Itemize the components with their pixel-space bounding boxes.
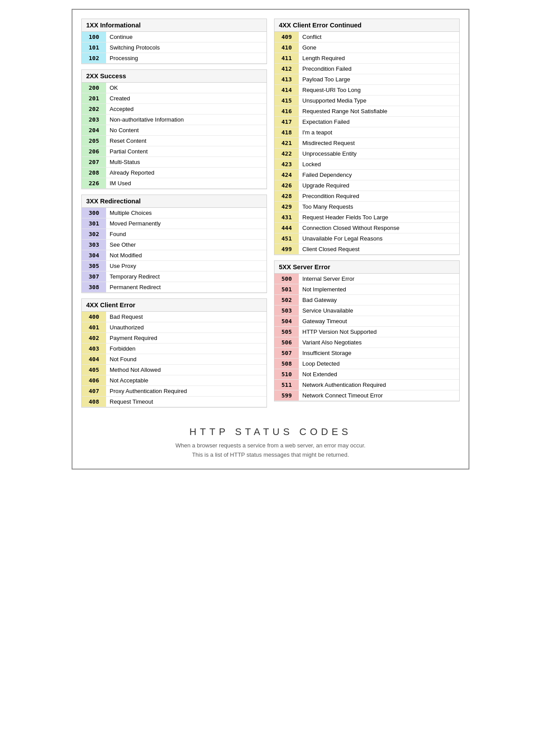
table-row: 200OK [82, 83, 267, 93]
section-1xx: 1XX Informational 100Continue101Switchin… [81, 19, 267, 64]
status-code: 102 [82, 53, 106, 64]
status-label: Failed Dependency [299, 170, 459, 180]
table-row: 415Unsupported Media Type [274, 95, 459, 106]
status-code: 505 [274, 327, 299, 337]
status-code: 304 [82, 250, 106, 261]
status-code: 413 [274, 74, 299, 85]
table-row: 599Network Connect Timeout Error [274, 390, 459, 401]
status-label: Precondition Required [299, 191, 459, 202]
status-label: Request Header Fields Too Large [299, 212, 459, 223]
status-code: 426 [274, 180, 299, 191]
table-row: 207Multi-Status [82, 157, 267, 168]
status-label: IM Used [106, 178, 267, 189]
table-row: 504Gateway Timeout [274, 316, 459, 327]
table-row: 208Already Reported [82, 168, 267, 178]
status-label: Not Extended [299, 369, 459, 380]
table-row: 418I'm a teapot [274, 127, 459, 138]
table-row: 451Unavailable For Legal Reasons [274, 233, 459, 244]
status-code: 421 [274, 138, 299, 149]
table-1xx: 100Continue101Switching Protocols102Proc… [82, 32, 267, 64]
status-code: 417 [274, 117, 299, 127]
status-label: Multiple Choices [106, 208, 267, 218]
status-code: 308 [82, 282, 106, 293]
table-row: 307Temporary Redirect [82, 271, 267, 282]
left-column: 1XX Informational 100Continue101Switchin… [81, 19, 267, 413]
status-label: Unavailable For Legal Reasons [299, 233, 459, 244]
table-3xx: 300Multiple Choices301Moved Permanently3… [82, 208, 267, 293]
table-row: 502Bad Gateway [274, 295, 459, 305]
table-row: 501Not Implemented [274, 284, 459, 295]
status-code: 307 [82, 271, 106, 282]
status-code: 414 [274, 85, 299, 95]
status-label: Network Connect Timeout Error [299, 390, 459, 401]
section-1xx-header: 1XX Informational [82, 19, 267, 32]
status-label: Too Many Requests [299, 202, 459, 212]
status-label: Client Closed Request [299, 244, 459, 255]
table-row: 205Reset Content [82, 136, 267, 146]
footer-desc-1: When a browser requests a service from a… [81, 441, 460, 451]
status-code: 402 [82, 333, 106, 344]
table-row: 412Precondition Failed [274, 64, 459, 74]
table-row: 202Accepted [82, 104, 267, 115]
table-row: 424Failed Dependency [274, 170, 459, 180]
status-label: Service Unavailable [299, 305, 459, 316]
status-label: Use Proxy [106, 261, 267, 271]
table-row: 414Request-URI Too Long [274, 85, 459, 95]
status-code: 208 [82, 168, 106, 178]
status-label: Not Modified [106, 250, 267, 261]
table-row: 406Not Acceptable [82, 375, 267, 386]
table-row: 301Moved Permanently [82, 218, 267, 229]
status-label: Method Not Allowed [106, 365, 267, 375]
table-4xx: 400Bad Request401Unauthorized402Payment … [82, 312, 267, 407]
status-label: See Other [106, 240, 267, 250]
table-row: 203Non-authoritative Information [82, 115, 267, 125]
table-row: 102Processing [82, 53, 267, 64]
table-row: 423Locked [274, 159, 459, 170]
status-label: Reset Content [106, 136, 267, 146]
table-row: 401Unauthorized [82, 322, 267, 333]
status-code: 504 [274, 316, 299, 327]
table-row: 444Connection Closed Without Response [274, 223, 459, 233]
table-row: 410Gone [274, 42, 459, 53]
table-row: 511Network Authentication Required [274, 380, 459, 390]
status-code: 301 [82, 218, 106, 229]
section-4xx-cont-header: 4XX Client Error Continued [274, 19, 459, 32]
table-row: 508Loop Detected [274, 359, 459, 369]
table-row: 408Request Timeout [82, 397, 267, 407]
table-row: 426Upgrade Required [274, 180, 459, 191]
status-label: Payment Required [106, 333, 267, 344]
section-5xx-header: 5XX Server Error [274, 261, 459, 274]
status-label: Found [106, 229, 267, 240]
table-row: 206Partial Content [82, 146, 267, 157]
status-code: 403 [82, 344, 106, 354]
status-code: 207 [82, 157, 106, 168]
status-code: 205 [82, 136, 106, 146]
table-row: 308Permanent Redirect [82, 282, 267, 293]
table-2xx: 200OK201Created202Accepted203Non-authori… [82, 83, 267, 189]
status-code: 206 [82, 146, 106, 157]
status-code: 416 [274, 106, 299, 117]
table-row: 402Payment Required [82, 333, 267, 344]
status-code: 400 [82, 312, 106, 322]
status-label: HTTP Version Not Supported [299, 327, 459, 337]
table-row: 404Not Found [82, 354, 267, 365]
status-code: 502 [274, 295, 299, 305]
status-code: 418 [274, 127, 299, 138]
status-label: Temporary Redirect [106, 271, 267, 282]
status-label: Forbidden [106, 344, 267, 354]
status-label: Precondition Failed [299, 64, 459, 74]
status-label: Unprocessable Entity [299, 149, 459, 159]
status-label: OK [106, 83, 267, 93]
status-label: Not Acceptable [106, 375, 267, 386]
status-label: I'm a teapot [299, 127, 459, 138]
footer: HTTP STATUS CODES When a browser request… [81, 422, 460, 460]
status-label: Unauthorized [106, 322, 267, 333]
status-code: 415 [274, 95, 299, 106]
section-2xx: 2XX Success 200OK201Created202Accepted20… [81, 69, 267, 189]
status-code: 423 [274, 159, 299, 170]
table-row: 505HTTP Version Not Supported [274, 327, 459, 337]
status-code: 411 [274, 53, 299, 64]
table-row: 302Found [82, 229, 267, 240]
status-code: 507 [274, 348, 299, 359]
status-code: 101 [82, 42, 106, 53]
